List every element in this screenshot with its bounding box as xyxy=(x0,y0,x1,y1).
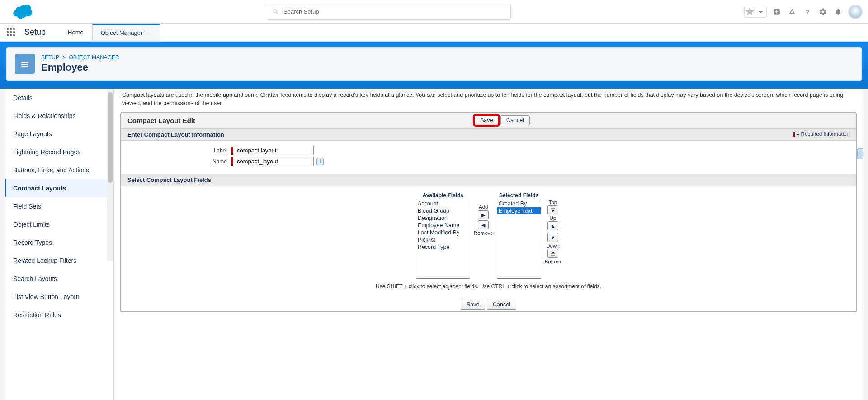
section-info-header: Enter Compact Layout Information = Requi… xyxy=(121,129,856,141)
required-legend: = Required Information xyxy=(793,131,849,138)
nav-tabs: Home Object Manager xyxy=(59,24,160,41)
remove-label: Remove xyxy=(474,230,493,236)
available-field[interactable]: Picklist xyxy=(416,236,470,243)
sidebar-item-object-limits[interactable]: Object Limits xyxy=(5,215,113,233)
sidebar-item-details[interactable]: Details xyxy=(5,89,113,107)
sidebar: Details Fields & Relationships Page Layo… xyxy=(5,89,114,400)
sidebar-item-compact-layouts[interactable]: Compact Layouts xyxy=(5,179,113,197)
side-handle[interactable] xyxy=(857,148,863,159)
bottom-buttons: Save Cancel xyxy=(121,296,856,311)
label-input[interactable] xyxy=(235,146,314,155)
available-field[interactable]: Last Modified By xyxy=(416,229,470,236)
available-field[interactable]: Record Type xyxy=(416,243,470,251)
chevron-down-icon[interactable] xyxy=(755,6,766,17)
selected-field[interactable]: Employe Text xyxy=(497,207,541,214)
sidebar-item-page-layouts[interactable]: Page Layouts xyxy=(5,125,113,143)
selected-listbox[interactable]: Created ByEmploye Text xyxy=(497,200,541,279)
down-label: Down xyxy=(546,243,559,248)
remove-button[interactable]: ◀ xyxy=(478,220,489,229)
context-bar: Setup Home Object Manager xyxy=(0,24,868,42)
help-icon[interactable]: ? xyxy=(802,6,813,17)
name-label: Name xyxy=(127,158,231,165)
top-label: Top xyxy=(549,200,557,205)
sidebar-item-buttons[interactable]: Buttons, Links, and Actions xyxy=(5,161,113,179)
content-area: Compact layouts are used in the mobile a… xyxy=(114,89,863,400)
star-icon[interactable] xyxy=(745,6,755,17)
available-label: Available Fields xyxy=(423,192,463,199)
app-name: Setup xyxy=(24,28,46,37)
app-launcher-icon[interactable] xyxy=(5,26,17,38)
available-field[interactable]: Account xyxy=(416,200,470,207)
search-placeholder: Search Setup xyxy=(283,8,319,15)
sidebar-item-fields[interactable]: Fields & Relationships xyxy=(5,107,113,125)
bottom-label: Bottom xyxy=(545,259,561,264)
available-listbox[interactable]: AccountBlood GroupDesignationEmployee Na… xyxy=(416,200,470,279)
add-icon[interactable] xyxy=(771,6,782,17)
help-text: Compact layouts are used in the mobile a… xyxy=(120,90,857,108)
cancel-button-bottom[interactable]: Cancel xyxy=(487,300,516,310)
breadcrumb: SETUP > OBJECT MANAGER xyxy=(41,54,119,61)
save-button-bottom[interactable]: Save xyxy=(461,300,486,310)
available-field[interactable]: Designation xyxy=(416,214,470,222)
panel-header: Compact Layout Edit Save Cancel xyxy=(121,113,856,129)
sidebar-item-record-types[interactable]: Record Types xyxy=(5,233,113,252)
sidebar-item-lookup-filters[interactable]: Related Lookup Filters xyxy=(5,252,113,270)
search-icon xyxy=(273,9,279,15)
compact-layout-panel: Compact Layout Edit Save Cancel Enter Co… xyxy=(120,112,857,312)
main-wrap: Details Fields & Relationships Page Layo… xyxy=(0,89,868,400)
up-label: Up xyxy=(550,215,557,221)
info-form: Label Name i xyxy=(121,141,856,174)
breadcrumb-setup[interactable]: SETUP xyxy=(41,54,59,61)
global-header: Search Setup ? xyxy=(0,0,868,24)
global-search[interactable]: Search Setup xyxy=(267,4,511,20)
page-header-card: SETUP > OBJECT MANAGER Employee xyxy=(6,47,862,81)
save-button-top[interactable]: Save xyxy=(474,115,499,125)
add-label: Add xyxy=(479,204,488,210)
bell-icon[interactable] xyxy=(833,6,844,17)
search-wrapper: Search Setup xyxy=(33,4,744,20)
down-button[interactable]: ▼ xyxy=(547,233,558,242)
nav-tab-object-manager[interactable]: Object Manager xyxy=(92,24,160,41)
dual-listbox: Available Fields AccountBlood GroupDesig… xyxy=(127,192,849,279)
selected-field[interactable]: Created By xyxy=(497,200,541,207)
favorites-group[interactable] xyxy=(744,6,767,18)
page-title: Employee xyxy=(41,62,119,73)
add-button[interactable]: ▶ xyxy=(478,210,489,219)
breadcrumb-object-manager[interactable]: OBJECT MANAGER xyxy=(69,54,119,61)
trailhead-icon[interactable] xyxy=(787,6,797,17)
selected-label: Selected Fields xyxy=(499,192,538,199)
gear-icon[interactable] xyxy=(817,6,828,17)
nav-tab-home[interactable]: Home xyxy=(59,24,92,41)
cancel-button-top[interactable]: Cancel xyxy=(500,115,530,125)
svg-text:?: ? xyxy=(806,8,809,15)
salesforce-logo xyxy=(10,4,33,20)
available-field[interactable]: Employee Name xyxy=(416,222,470,229)
info-icon[interactable]: i xyxy=(316,158,324,165)
required-indicator xyxy=(231,157,233,166)
section-fields-header: Select Compact Layout Fields xyxy=(121,174,856,186)
required-indicator xyxy=(231,147,233,155)
chevron-down-icon xyxy=(146,30,151,36)
sidebar-item-restriction-rules[interactable]: Restriction Rules xyxy=(5,306,113,324)
top-button[interactable] xyxy=(547,205,558,214)
sidebar-item-search-layouts[interactable]: Search Layouts xyxy=(5,270,113,288)
name-input[interactable] xyxy=(235,157,314,166)
sidebar-item-field-sets[interactable]: Field Sets xyxy=(5,197,113,215)
sidebar-scrollbar[interactable] xyxy=(107,89,113,261)
user-avatar[interactable] xyxy=(848,5,863,19)
sidebar-item-list-view-button[interactable]: List View Button Layout xyxy=(5,288,113,306)
label-label: Label xyxy=(127,148,231,154)
shift-click-hint: Use SHIFT + click to select adjacent fie… xyxy=(127,283,849,290)
fields-form: Available Fields AccountBlood GroupDesig… xyxy=(121,186,856,296)
up-button[interactable]: ▲ xyxy=(547,221,558,230)
bottom-button[interactable] xyxy=(547,249,558,258)
available-field[interactable]: Blood Group xyxy=(416,207,470,214)
sidebar-item-lightning-pages[interactable]: Lightning Record Pages xyxy=(5,143,113,161)
header-utility-icons: ? xyxy=(744,5,863,19)
page-header-band: SETUP > OBJECT MANAGER Employee xyxy=(0,42,868,89)
object-icon xyxy=(15,54,35,74)
